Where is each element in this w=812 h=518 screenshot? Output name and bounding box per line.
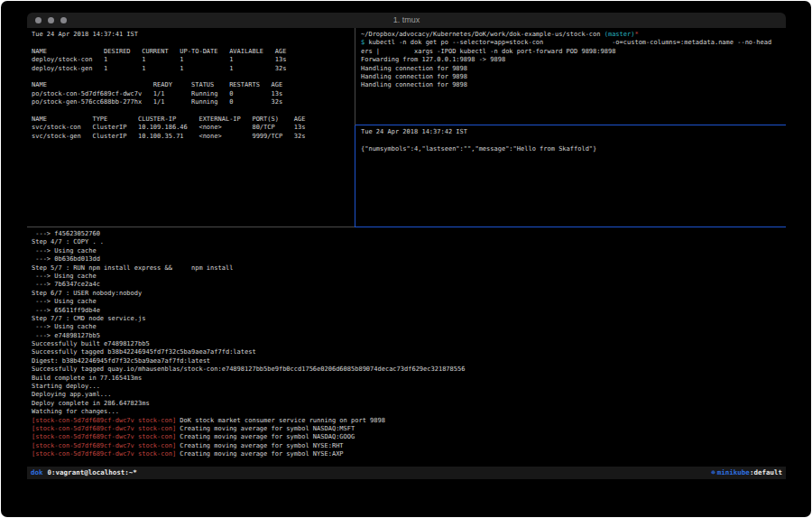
- terminal-line: ---> Using cache: [32, 298, 786, 306]
- terminal-line: deploy/stock-con 1 1 1 1 13s: [32, 56, 359, 64]
- terminal-text-segment: [stock-con-5d7df689cf-dwc7v stock-con]: [32, 425, 176, 432]
- pane-border-vertical-active: [355, 125, 355, 227]
- terminal-line: Watching for changes...: [32, 408, 786, 416]
- terminal-line: NAME TYPE CLUSTER-IP EXTERNAL-IP PORT(S)…: [32, 116, 359, 124]
- terminal-text-segment: [stock-con-5d7df689cf-dwc7v stock-con]: [32, 417, 176, 424]
- terminal-line: Successfully built e74898127bb5: [32, 340, 786, 348]
- pane-skaffold-build-log[interactable]: ---> f45623052760Step 4/7 : COPY . . ---…: [27, 227, 786, 467]
- terminal-text-segment: Creating moving average for symbol NYSE:…: [176, 442, 343, 449]
- window-title: 1. tmux: [27, 15, 786, 24]
- terminal-text-segment: Creating moving average for symbol NASDA…: [176, 433, 355, 440]
- terminal-line: [stock-con-5d7df689cf-dwc7v stock-con] C…: [32, 442, 786, 450]
- terminal-line: svc/stock-con ClusterIP 10.109.186.46 <n…: [32, 124, 359, 132]
- terminal-line: [32, 39, 359, 47]
- terminal-line: {"numsymbols":4,"lastseen":"","message":…: [361, 145, 786, 153]
- terminal-text-segment: DoK stock market consumer service runnin…: [176, 417, 385, 424]
- terminal-line: ---> 7b6347ce2a4c: [32, 281, 786, 289]
- session-name: dok: [31, 467, 43, 479]
- pane-kubectl-watch[interactable]: Tue 24 Apr 2018 14:37:41 IST NAME DESIRE…: [27, 28, 359, 229]
- terminal-line: ---> Using cache: [32, 323, 786, 331]
- terminal-line: Deploy complete in 286.647823ms: [32, 400, 786, 408]
- terminal-text-segment: [stock-con-5d7df689cf-dwc7v stock-con]: [32, 442, 176, 449]
- terminal-line: ---> 65611ff9db4e: [32, 307, 786, 315]
- terminal-line: ~/Dropbox/advocacy/Kubernetes/DoK/work/d…: [361, 31, 786, 39]
- terminal-text-segment: Creating moving average for symbol NASDA…: [176, 425, 355, 432]
- terminal-line: Successfully tagged quay.io/mhausenblas/…: [32, 365, 786, 374]
- terminal-line: NAME READY STATUS RESTARTS AGE: [32, 81, 359, 89]
- terminal-line: [361, 136, 786, 144]
- window-list-item[interactable]: 0:vagrant@localhost:~*: [48, 467, 137, 479]
- kube-namespace-label: :default: [750, 467, 782, 479]
- terminal-text-segment: (master): [604, 31, 635, 38]
- terminal-line: Tue 24 Apr 2018 14:37:41 IST: [32, 31, 359, 39]
- terminal-text-segment: [stock-con-5d7df689cf-dwc7v stock-con]: [32, 433, 176, 440]
- terminal-line: ---> Using cache: [32, 247, 786, 255]
- terminal-line: NAME DESIRED CURRENT UP-TO-DATE AVAILABL…: [32, 48, 359, 56]
- terminal-line: Handling connection for 9898: [361, 81, 786, 89]
- terminal-line: Step 7/7 : CMD node service.js: [32, 315, 786, 323]
- terminal-line: Successfully tagged b38b42246945fd7f32c5…: [32, 348, 786, 356]
- pane-border-horizontal-active: [355, 125, 786, 125]
- terminal-line: [stock-con-5d7df689cf-dwc7v stock-con] C…: [32, 433, 786, 441]
- pane-curl-output[interactable]: Tue 24 Apr 2018 14:37:42 IST {"numsymbol…: [355, 125, 786, 229]
- kubernetes-wheel-icon: ☸: [711, 467, 715, 479]
- terminal-line: ---> Using cache: [32, 273, 786, 281]
- pane-border-horizontal-active-bottom: [355, 227, 786, 227]
- terminal-line: $ kubectl -n dok get po --selector=app=s…: [361, 39, 786, 47]
- terminal-line: Step 4/7 : COPY . .: [32, 238, 786, 246]
- terminal-line: Handling connection for 9898: [361, 73, 786, 81]
- tmux-terminal: Tue 24 Apr 2018 14:37:41 IST NAME DESIRE…: [27, 28, 786, 479]
- terminal-line: ers | xargs -IPOD kubectl -n dok port-fo…: [361, 48, 786, 56]
- pane-border-vertical-inactive: [355, 28, 355, 125]
- desktop-background: 1. tmux Tue 24 Apr 2018 14:37:41 IST NAM…: [1, 1, 811, 517]
- tmux-status-bar: dok 0:vagrant@localhost:~* ☸ minikube :d…: [27, 467, 786, 479]
- pane-port-forward[interactable]: ~/Dropbox/advocacy/Kubernetes/DoK/work/d…: [355, 28, 786, 127]
- terminal-text-segment: Creating moving average for symbol NYSE:…: [176, 450, 343, 458]
- terminal-text-segment: ~/Dropbox/advocacy/Kubernetes/DoK/work/d…: [361, 31, 604, 38]
- terminal-line: Handling connection for 9898: [361, 65, 786, 73]
- terminal-line: ---> 0b636bd013dd: [32, 255, 786, 264]
- terminal-text-segment: kubectl -n dok get po --selector=app=sto…: [364, 39, 771, 46]
- terminal-line: [32, 107, 359, 116]
- terminal-line: po/stock-gen-576cc688bb-277hx 1/1 Runnin…: [32, 98, 359, 106]
- terminal-line: [32, 73, 359, 81]
- terminal-window: 1. tmux Tue 24 Apr 2018 14:37:41 IST NAM…: [27, 13, 786, 479]
- terminal-line: ---> f45623052760: [32, 230, 786, 238]
- terminal-line: [stock-con-5d7df689cf-dwc7v stock-con] D…: [32, 417, 786, 425]
- terminal-line: po/stock-con-5d7df689cf-dwc7v 1/1 Runnin…: [32, 90, 359, 98]
- terminal-line: Deploying app.yaml...: [32, 391, 786, 399]
- terminal-line: Tue 24 Apr 2018 14:37:42 IST: [361, 128, 786, 136]
- terminal-line: Starting deploy...: [32, 383, 786, 391]
- terminal-text-segment: [stock-con-5d7df689cf-dwc7v stock-con]: [32, 450, 176, 458]
- terminal-line: Forwarding from 127.0.0.1:9898 -> 9898: [361, 56, 786, 64]
- terminal-line: Step 6/7 : USER nobody:nobody: [32, 290, 786, 298]
- terminal-line: [stock-con-5d7df689cf-dwc7v stock-con] C…: [32, 450, 786, 458]
- terminal-line: [stock-con-5d7df689cf-dwc7v stock-con] C…: [32, 425, 786, 433]
- terminal-line: deploy/stock-gen 1 1 1 1 32s: [32, 65, 359, 73]
- pane-border-horizontal-inactive: [27, 227, 355, 227]
- window-titlebar: 1. tmux: [27, 13, 786, 28]
- kube-context-label: minikube: [717, 467, 750, 479]
- terminal-line: svc/stock-gen ClusterIP 10.100.35.71 <no…: [32, 133, 359, 141]
- terminal-line: Digest: b38b42246945fd7f32c5ba9aea7af7fd…: [32, 357, 786, 365]
- terminal-line: Build complete in 77.165413ms: [32, 375, 786, 383]
- terminal-line: Step 5/7 : RUN npm install express && np…: [32, 264, 786, 273]
- terminal-text-segment: *: [634, 31, 638, 38]
- terminal-line: ---> e74898127bb5: [32, 332, 786, 340]
